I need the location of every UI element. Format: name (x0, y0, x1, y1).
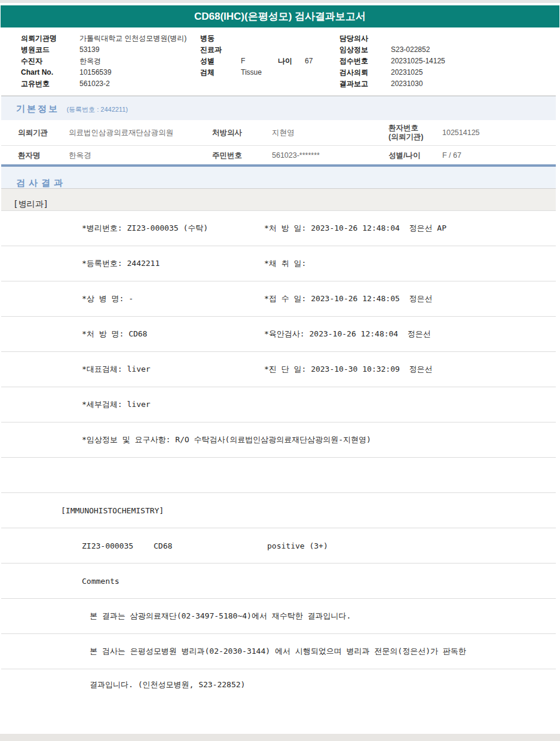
field-value: 가톨릭대학교 인천성모병원(병리) (79, 34, 186, 42)
field-value: 한옥경 (79, 57, 101, 65)
field-row-accession-no: 접수번호20231025-14125 (339, 56, 445, 67)
clinical-info-and-request: *임상정보 및 요구사항: R/O 수탁검사(의료법인삼광의료재단삼광의원-지현… (82, 434, 371, 445)
result-row-representative-specimen: *대표검체: liver *진 단 일: 2023-10-30 10:32:09… (1, 352, 556, 387)
cell-label-resident-id: 주민번호 (212, 150, 242, 160)
field-row-clinical-info: 임상정보S23-022852 (339, 44, 445, 56)
cell-value-requesting-org: 의료법인삼광의료재단삼광의원 (69, 128, 173, 138)
field-label: 병원코드 (21, 44, 79, 56)
comment-line: 결과입니다. (인천성모병원, S23-22852) (90, 679, 245, 690)
report-title: CD68(IHC)(은평성모) 검사결과보고서 (194, 11, 366, 22)
field-label: 담당의사 (339, 33, 391, 44)
field-value: 20231025 (391, 68, 423, 76)
field-label: 병동 (200, 33, 241, 44)
representative-specimen: *대표검체: liver (82, 364, 151, 375)
diagnosis-name: *상 병 명: - (82, 293, 133, 304)
field-row-attending-doctor: 담당의사 (339, 33, 445, 44)
patient-info-left-column: 의뢰기관명가톨릭대학교 인천성모병원(병리) 병원코드53139 수진자한옥경 … (21, 33, 186, 90)
result-row-ihc-section: [IMMUNOHISTOCHEMISTRY] (1, 493, 556, 528)
field-value: Tissue (241, 68, 262, 76)
field-row-chart-no: Chart No.10156539 (21, 67, 186, 78)
result-row-comment-3: 결과입니다. (인천성모병원, S23-22852) (1, 669, 556, 700)
prescription-date: *처 방 일: 2023-10-26 12:48:04 정은선 AP (264, 223, 446, 234)
field-label: 성별 (200, 56, 241, 67)
cell-label-patient-number: 환자번호 (의뢰기관) (388, 124, 423, 142)
result-row-registration-no: *등록번호: 2442211 *채 취 일: (1, 246, 556, 281)
field-row-clinic-dept: 진료과 (200, 44, 313, 56)
field-label: Chart No. (21, 67, 79, 78)
department-row: [병리과] (1, 189, 556, 211)
age-value: 67 (305, 57, 313, 65)
field-row-ward: 병동 (200, 33, 313, 44)
basic-info-table-row: 의뢰기관 의료법인삼광의료재단삼광의원 처방의사 지현영 환자번호 (의뢰기관)… (1, 120, 556, 146)
field-label: 의뢰기관명 (21, 33, 79, 44)
field-row-result-report-date: 결과보고20231030 (339, 78, 445, 90)
registration-number: *등록번호: 2442211 (82, 258, 160, 269)
cell-value-prescribing-doctor: 지현영 (272, 128, 295, 138)
field-value: 561023-2 (79, 79, 110, 88)
registration-number-note: (등록번호 : 2442211) (66, 106, 128, 113)
cell-label-prescribing-doctor: 처방의사 (212, 128, 242, 138)
cell-value-resident-id: 561023-******* (272, 151, 320, 160)
field-value: 20231030 (391, 79, 423, 88)
field-row-sex-age: 성별F나이67 (200, 56, 313, 67)
basic-info-section-header: 기본정보 (등록번호 : 2442211) (1, 96, 556, 120)
sex-value: F (241, 56, 278, 67)
result-row-pathology-no: *병리번호: ZI23-000035 (수탁) *처 방 일: 2023-10-… (1, 211, 556, 246)
result-row-detail-specimen: *세부검체: liver (1, 387, 556, 422)
field-label: 수진자 (21, 56, 79, 67)
collection-date: *채 취 일: (264, 258, 306, 269)
result-row-order-name: *처 방 명: CD68 *육안검사: 2023-10-26 12:48:04 … (1, 317, 556, 352)
result-row-clinical-info-request: *임상정보 및 요구사항: R/O 수탁검사(의료법인삼광의료재단삼광의원-지현… (1, 422, 556, 458)
cell-value-patient-number: 102514125 (442, 128, 480, 137)
patient-info-header: 의뢰기관명가톨릭대학교 인천성모병원(병리) 병원코드53139 수진자한옥경 … (0, 27, 560, 96)
cell-label-patient-name: 환자명 (18, 150, 41, 160)
field-value: 53139 (79, 45, 99, 54)
ihc-section-title: [IMMUNOHISTOCHEMISTRY] (61, 506, 164, 515)
field-label: 접수번호 (339, 56, 391, 67)
basic-info-heading: 기본정보 (16, 103, 59, 114)
comments-label: Comments (82, 577, 120, 586)
field-label: 진료과 (200, 44, 241, 56)
ihc-specimen-no: ZI23-000035 (82, 541, 133, 550)
detail-specimen: *세부검체: liver (82, 399, 151, 410)
field-label: 검체 (200, 67, 241, 78)
test-results-heading: 검사결과 (16, 177, 66, 188)
ihc-result-value: positive (3+) (267, 541, 328, 550)
result-row-ihc-result: ZI23-000035 CD68 positive (3+) (1, 528, 556, 564)
patient-info-middle-column: 병동 진료과 성별F나이67 검체Tissue (200, 33, 313, 78)
field-label: 고유번호 (21, 78, 79, 90)
age-label: 나이 (278, 56, 305, 67)
field-row-unique-no: 고유번호561023-2 (21, 78, 186, 90)
result-row-comments-label: Comments (1, 564, 556, 599)
ihc-test-name: CD68 (154, 541, 172, 550)
cell-label-sex-age: 성별/나이 (388, 150, 420, 160)
diagnosis-date: *진 단 일: 2023-10-30 10:32:09 정은선 (264, 364, 433, 375)
field-row-hospital-code: 병원코드53139 (21, 44, 186, 56)
order-name: *처 방 명: CD68 (82, 329, 147, 339)
result-row-comment-1: 본 결과는 삼광의료재단(02-3497-5180~4)에서 재수탁한 결과입니… (1, 599, 556, 634)
field-value: 10156539 (79, 68, 111, 76)
field-row-test-request-date: 검사의뢰20231025 (339, 67, 445, 78)
cell-value-sex-age: F / 67 (442, 151, 461, 160)
field-value: 20231025-14125 (391, 57, 445, 65)
result-row-empty (1, 458, 556, 493)
cell-label-requesting-org: 의뢰기관 (18, 128, 48, 138)
comment-line: 본 결과는 삼광의료재단(02-3497-5180~4)에서 재수탁한 결과입니… (90, 611, 351, 621)
field-row-requesting-org: 의뢰기관명가톨릭대학교 인천성모병원(병리) (21, 33, 186, 44)
field-label: 검사의뢰 (339, 67, 391, 78)
result-row-comment-2: 본 검사는 은평성모병원 병리과(02-2030-3144) 에서 시행되었으며… (1, 634, 556, 669)
field-row-specimen: 검체Tissue (200, 67, 313, 78)
field-value: S23-022852 (391, 45, 430, 54)
department-label: [병리과] (13, 199, 48, 209)
result-row-diagnosis-name: *상 병 명: - *접 수 일: 2023-10-26 12:48:05 정은… (1, 281, 556, 317)
test-results-section-header: 검사결과 (1, 167, 556, 189)
cell-value-patient-name: 한옥경 (69, 150, 91, 160)
pathology-number: *병리번호: ZI23-000035 (수탁) (82, 223, 208, 234)
field-row-examinee: 수진자한옥경 (21, 56, 186, 67)
basic-info-table-row: 환자명 한옥경 주민번호 561023-******* 성별/나이 F / 67 (1, 146, 556, 167)
gross-exam-date: *육안검사: 2023-10-26 12:48:04 정은선 (264, 329, 431, 339)
comment-line: 본 검사는 은평성모병원 병리과(02-2030-3144) 에서 시행되었으며… (90, 646, 466, 657)
bottom-strip (0, 734, 560, 741)
field-label: 결과보고 (339, 78, 391, 90)
field-label: 임상정보 (339, 44, 391, 56)
